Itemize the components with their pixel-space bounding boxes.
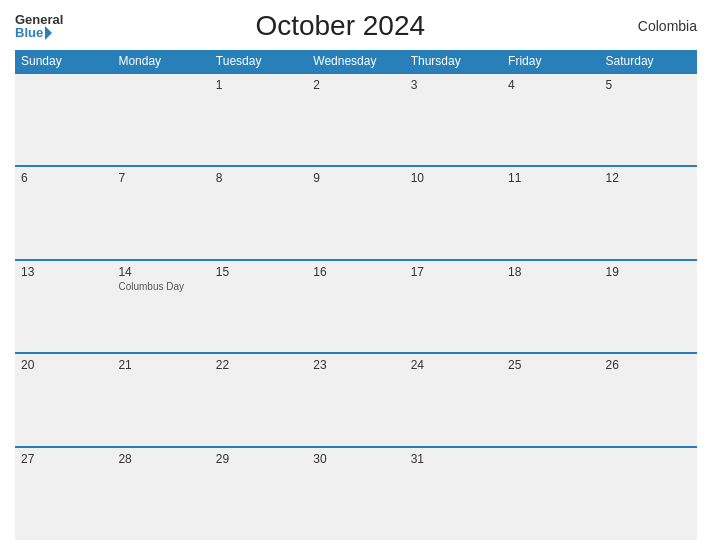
day-number: 8 — [216, 171, 301, 185]
header: General Blue October 2024 Colombia — [15, 10, 697, 42]
day-number: 20 — [21, 358, 106, 372]
event-label: Columbus Day — [118, 281, 203, 292]
calendar-week-5: 2728293031 — [15, 447, 697, 540]
day-number: 18 — [508, 265, 593, 279]
day-number: 27 — [21, 452, 106, 466]
day-number: 26 — [606, 358, 691, 372]
table-row — [600, 447, 697, 540]
calendar-week-2: 6789101112 — [15, 166, 697, 259]
table-row — [15, 73, 112, 166]
table-row — [112, 73, 209, 166]
table-row: 6 — [15, 166, 112, 259]
day-number: 28 — [118, 452, 203, 466]
day-number: 24 — [411, 358, 496, 372]
table-row: 22 — [210, 353, 307, 446]
day-number: 19 — [606, 265, 691, 279]
day-number: 5 — [606, 78, 691, 92]
table-row: 5 — [600, 73, 697, 166]
calendar-title: October 2024 — [63, 10, 617, 42]
table-row: 21 — [112, 353, 209, 446]
table-row: 14Columbus Day — [112, 260, 209, 353]
day-number: 21 — [118, 358, 203, 372]
day-number: 11 — [508, 171, 593, 185]
calendar-week-4: 20212223242526 — [15, 353, 697, 446]
day-number: 13 — [21, 265, 106, 279]
day-number: 12 — [606, 171, 691, 185]
table-row: 31 — [405, 447, 502, 540]
day-number: 6 — [21, 171, 106, 185]
table-row: 7 — [112, 166, 209, 259]
calendar-page: General Blue October 2024 Colombia Sunda… — [0, 0, 712, 550]
header-saturday: Saturday — [600, 50, 697, 73]
day-number: 14 — [118, 265, 203, 279]
table-row: 10 — [405, 166, 502, 259]
day-number: 10 — [411, 171, 496, 185]
weekday-header-row: Sunday Monday Tuesday Wednesday Thursday… — [15, 50, 697, 73]
calendar-table: Sunday Monday Tuesday Wednesday Thursday… — [15, 50, 697, 540]
table-row: 27 — [15, 447, 112, 540]
day-number: 22 — [216, 358, 301, 372]
header-tuesday: Tuesday — [210, 50, 307, 73]
table-row — [502, 447, 599, 540]
table-row: 15 — [210, 260, 307, 353]
country-label: Colombia — [617, 18, 697, 34]
calendar-week-1: 12345 — [15, 73, 697, 166]
table-row: 26 — [600, 353, 697, 446]
day-number: 30 — [313, 452, 398, 466]
logo-triangle-icon — [45, 26, 52, 40]
logo-general-text: General — [15, 13, 63, 26]
table-row: 23 — [307, 353, 404, 446]
day-number: 31 — [411, 452, 496, 466]
table-row: 20 — [15, 353, 112, 446]
table-row: 4 — [502, 73, 599, 166]
day-number: 23 — [313, 358, 398, 372]
table-row: 17 — [405, 260, 502, 353]
header-wednesday: Wednesday — [307, 50, 404, 73]
table-row: 18 — [502, 260, 599, 353]
header-friday: Friday — [502, 50, 599, 73]
day-number: 2 — [313, 78, 398, 92]
table-row: 1 — [210, 73, 307, 166]
header-monday: Monday — [112, 50, 209, 73]
table-row: 25 — [502, 353, 599, 446]
day-number: 15 — [216, 265, 301, 279]
day-number: 4 — [508, 78, 593, 92]
day-number: 29 — [216, 452, 301, 466]
day-number: 25 — [508, 358, 593, 372]
calendar-week-3: 1314Columbus Day1516171819 — [15, 260, 697, 353]
table-row: 2 — [307, 73, 404, 166]
day-number: 3 — [411, 78, 496, 92]
table-row: 12 — [600, 166, 697, 259]
logo-blue-text: Blue — [15, 26, 43, 39]
logo: General Blue — [15, 13, 63, 40]
table-row: 29 — [210, 447, 307, 540]
table-row: 9 — [307, 166, 404, 259]
table-row: 19 — [600, 260, 697, 353]
header-sunday: Sunday — [15, 50, 112, 73]
day-number: 1 — [216, 78, 301, 92]
logo-blue-row: Blue — [15, 26, 63, 40]
table-row: 11 — [502, 166, 599, 259]
table-row: 16 — [307, 260, 404, 353]
day-number: 16 — [313, 265, 398, 279]
table-row: 24 — [405, 353, 502, 446]
day-number: 17 — [411, 265, 496, 279]
table-row: 28 — [112, 447, 209, 540]
table-row: 8 — [210, 166, 307, 259]
table-row: 13 — [15, 260, 112, 353]
table-row: 3 — [405, 73, 502, 166]
day-number: 9 — [313, 171, 398, 185]
day-number: 7 — [118, 171, 203, 185]
header-thursday: Thursday — [405, 50, 502, 73]
table-row: 30 — [307, 447, 404, 540]
